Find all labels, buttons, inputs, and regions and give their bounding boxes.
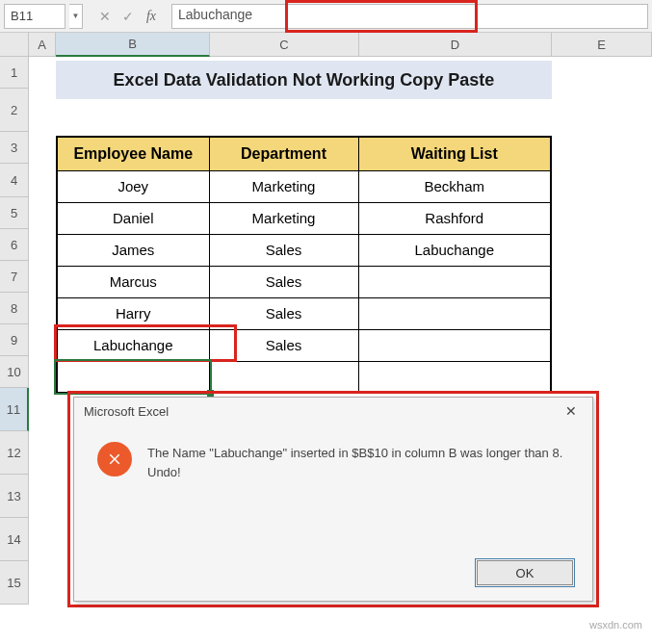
dialog-message: The Name "Labuchange" inserted in $B$10 … [147, 442, 569, 481]
cell[interactable]: Harry [57, 297, 209, 329]
row-header[interactable]: 5 [0, 197, 29, 229]
table-header[interactable]: Department [209, 137, 358, 170]
row-header[interactable]: 14 [0, 518, 29, 561]
col-header[interactable]: A [29, 33, 56, 57]
cell[interactable]: Daniel [57, 202, 209, 234]
table-row: MarcusSales [57, 266, 551, 297]
table-row: JoeyMarketingBeckham [57, 170, 551, 202]
dialog-title: Microsoft Excel [84, 404, 169, 419]
cell[interactable]: Marketing [209, 202, 358, 234]
annotation-highlight: Microsoft Excel ✕ The Name "Labuchange" … [67, 391, 599, 607]
error-icon [97, 442, 132, 477]
row-header[interactable]: 2 [0, 89, 29, 132]
row-header[interactable]: 13 [0, 475, 29, 518]
col-header[interactable]: C [210, 33, 359, 57]
cell[interactable]: James [57, 234, 209, 266]
cell[interactable]: Marcus [57, 266, 209, 297]
select-all-corner[interactable] [0, 33, 29, 57]
close-icon: ✕ [565, 403, 577, 419]
col-header[interactable]: B [56, 33, 210, 57]
col-header[interactable]: D [359, 33, 552, 57]
cell[interactable] [57, 361, 209, 393]
cell[interactable]: Sales [209, 297, 358, 329]
name-box-dropdown-icon[interactable]: ▼ [69, 4, 83, 29]
fx-icon[interactable]: fx [141, 6, 162, 27]
enter-formula-icon: ✓ [117, 6, 139, 27]
cell[interactable]: Labuchange [358, 234, 551, 266]
cell[interactable] [358, 329, 551, 361]
table-row: HarrySales [57, 297, 551, 329]
cancel-formula-icon: ✕ [94, 6, 116, 27]
row-header[interactable]: 7 [0, 261, 29, 293]
close-button[interactable]: ✕ [556, 400, 587, 422]
cell[interactable] [209, 361, 358, 393]
name-box[interactable]: B11 [4, 4, 65, 29]
cell[interactable]: Rashford [358, 202, 551, 234]
row-header[interactable]: 1 [0, 57, 29, 89]
cell[interactable]: Joey [57, 170, 209, 202]
cell[interactable]: Marketing [209, 170, 358, 202]
message-dialog: Microsoft Excel ✕ The Name "Labuchange" … [73, 397, 593, 602]
row-header[interactable]: 11 [0, 388, 29, 431]
col-header[interactable]: E [552, 33, 652, 57]
cell[interactable]: Sales [209, 266, 358, 297]
data-table: Employee Name Department Waiting List Jo… [56, 136, 552, 394]
row-header[interactable]: 4 [0, 164, 29, 197]
table-row [57, 361, 551, 393]
cell[interactable]: Sales [209, 329, 358, 361]
formula-input[interactable]: Labuchange [171, 4, 648, 29]
row-header[interactable]: 10 [0, 356, 29, 388]
col-headers: A B C D E [29, 33, 652, 57]
row-header[interactable]: 15 [0, 561, 29, 605]
cell[interactable] [358, 297, 551, 329]
cell[interactable] [358, 361, 551, 393]
row-header[interactable]: 3 [0, 132, 29, 164]
cell[interactable]: Beckham [358, 170, 551, 202]
watermark: wsxdn.com [589, 619, 642, 631]
cell[interactable]: Sales [209, 234, 358, 266]
row-headers: 1 2 3 4 5 6 7 8 9 10 11 12 13 14 15 [0, 57, 29, 605]
table-row: DanielMarketingRashford [57, 202, 551, 234]
row-header[interactable]: 9 [0, 324, 29, 356]
row-header[interactable]: 12 [0, 431, 29, 475]
ok-button[interactable]: OK [477, 560, 573, 585]
table-row: JamesSalesLabuchange [57, 234, 551, 266]
table-row: LabuchangeSales [57, 329, 551, 361]
sheet-title: Excel Data Validation Not Working Copy P… [56, 61, 552, 99]
table-header[interactable]: Employee Name [57, 137, 209, 170]
row-header[interactable]: 6 [0, 229, 29, 261]
table-header[interactable]: Waiting List [358, 137, 551, 170]
cell[interactable] [358, 266, 551, 297]
row-header[interactable]: 8 [0, 293, 29, 324]
cell[interactable]: Labuchange [57, 329, 209, 361]
